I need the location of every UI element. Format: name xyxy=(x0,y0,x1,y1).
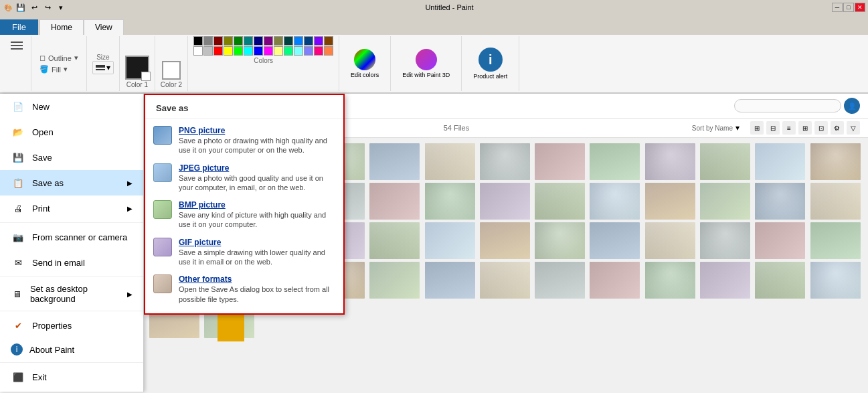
color-swatch[interactable] xyxy=(224,46,233,56)
color-swatch[interactable] xyxy=(244,36,253,46)
photo-thumbnail[interactable] xyxy=(480,222,530,259)
photo-thumbnail[interactable] xyxy=(590,183,640,220)
menu-item-desktop[interactable]: 🖥 Set as desktop background ▶ xyxy=(0,279,143,309)
color2-swatch[interactable] xyxy=(162,61,181,80)
edit-colors-btn[interactable]: Edit colors xyxy=(345,46,385,82)
size-dropdown[interactable]: ▾ xyxy=(92,61,114,74)
photo-thumbnail[interactable] xyxy=(535,183,585,220)
save-as-png[interactable]: PNG picture Save a photo or drawing with… xyxy=(145,122,343,159)
menu-item-print[interactable]: 🖨 Print ▶ xyxy=(0,195,143,221)
color-swatch[interactable] xyxy=(324,46,333,56)
menu-item-email[interactable]: ✉ Send in email xyxy=(0,250,143,275)
photo-thumbnail[interactable] xyxy=(590,143,640,180)
menu-item-save[interactable]: 💾 Save xyxy=(0,145,143,170)
color-swatch[interactable] xyxy=(314,36,323,46)
color-swatch[interactable] xyxy=(224,36,233,46)
photo-thumbnail[interactable] xyxy=(700,262,750,299)
photo-thumbnail[interactable] xyxy=(700,183,750,220)
photo-thumbnail[interactable] xyxy=(369,183,420,220)
color-swatch[interactable] xyxy=(193,46,203,56)
photo-thumbnail[interactable] xyxy=(810,262,861,299)
view-large-icon[interactable]: ⊞ xyxy=(750,121,764,135)
photo-thumbnail[interactable] xyxy=(480,183,530,220)
photo-thumbnail[interactable] xyxy=(810,143,861,180)
user-avatar[interactable]: 👤 xyxy=(844,98,860,114)
color-swatch[interactable] xyxy=(193,36,203,46)
photo-thumbnail[interactable] xyxy=(700,143,750,180)
menu-item-scanner[interactable]: 📷 From scanner or camera xyxy=(0,224,143,250)
view-list-icon[interactable]: ≡ xyxy=(782,121,796,135)
minimize-btn[interactable]: ─ xyxy=(832,3,843,12)
view-medium-icon[interactable]: ⊟ xyxy=(766,121,780,135)
view-detail-icon[interactable]: ⊡ xyxy=(814,121,828,135)
color-swatch[interactable] xyxy=(294,36,303,46)
product-alert-btn[interactable]: i Product alert xyxy=(467,44,513,83)
menu-item-properties[interactable]: ✔ Properties xyxy=(0,313,143,338)
color-swatch[interactable] xyxy=(264,46,273,56)
color-swatch[interactable] xyxy=(274,46,283,56)
color-swatch[interactable] xyxy=(203,46,213,56)
photo-thumbnail[interactable] xyxy=(369,143,420,180)
menu-btn[interactable] xyxy=(8,39,25,52)
color-swatch[interactable] xyxy=(284,46,293,56)
photo-thumbnail[interactable] xyxy=(425,143,475,180)
photo-thumbnail[interactable] xyxy=(425,222,475,259)
save-as-jpeg[interactable]: JPEG picture Save a photo with good qual… xyxy=(145,159,343,197)
photo-thumbnail[interactable] xyxy=(425,183,475,220)
photo-thumbnail[interactable] xyxy=(645,143,695,180)
menu-item-save-as[interactable]: 📋 Save as ▶ xyxy=(0,170,143,195)
color-swatch[interactable] xyxy=(304,46,313,56)
color-swatch[interactable] xyxy=(324,36,333,46)
photo-thumbnail[interactable] xyxy=(425,262,475,299)
color-swatch[interactable] xyxy=(274,36,283,46)
color-swatch[interactable] xyxy=(213,36,223,46)
photo-thumbnail[interactable] xyxy=(535,143,585,180)
photo-thumbnail[interactable] xyxy=(755,143,805,180)
save-as-gif[interactable]: GIF picture Save a simple drawing with l… xyxy=(145,234,343,271)
fill-btn[interactable]: 🪣 Fill ▾ xyxy=(37,64,81,74)
photo-thumbnail[interactable] xyxy=(645,183,695,220)
photo-thumbnail[interactable] xyxy=(480,262,530,299)
undo-btn[interactable]: ↩ xyxy=(28,1,40,13)
photo-thumbnail[interactable] xyxy=(755,222,805,259)
color-swatch[interactable] xyxy=(213,46,223,56)
menu-item-new[interactable]: 📄 New xyxy=(0,94,143,119)
outline-btn[interactable]: ◻ Outline ▾ xyxy=(37,53,81,63)
color-swatch[interactable] xyxy=(254,46,263,56)
color-swatch[interactable] xyxy=(234,36,243,46)
filter-icon[interactable]: ▽ xyxy=(847,121,860,135)
color-swatch[interactable] xyxy=(244,46,253,56)
photo-thumbnail[interactable] xyxy=(369,222,420,259)
save-as-bmp[interactable]: BMP picture Save any kind of picture wit… xyxy=(145,196,343,234)
menu-item-exit[interactable]: ⬛ Exit xyxy=(0,364,143,390)
color-swatch[interactable] xyxy=(203,36,213,46)
settings-icon[interactable]: ⚙ xyxy=(831,121,844,135)
photo-thumbnail[interactable] xyxy=(645,222,695,259)
color-swatch[interactable] xyxy=(314,46,323,56)
save-quick-btn[interactable]: 💾 xyxy=(15,1,27,13)
close-btn[interactable]: ✕ xyxy=(855,3,865,12)
redo-btn[interactable]: ↪ xyxy=(41,1,54,13)
color-swatch[interactable] xyxy=(294,46,303,56)
color-swatch[interactable] xyxy=(284,36,293,46)
photo-thumbnail[interactable] xyxy=(645,262,695,299)
photo-thumbnail[interactable] xyxy=(535,222,585,259)
menu-item-open[interactable]: 📂 Open xyxy=(0,119,143,145)
photo-thumbnail[interactable] xyxy=(480,143,530,180)
maximize-btn[interactable]: □ xyxy=(843,3,854,12)
home-tab[interactable]: Home xyxy=(39,19,84,35)
color-swatch[interactable] xyxy=(254,36,263,46)
photo-thumbnail[interactable] xyxy=(369,262,420,299)
edit-paint3d-btn[interactable]: Edit with Paint 3D xyxy=(396,46,456,82)
color-swatch[interactable] xyxy=(234,46,243,56)
photo-thumbnail[interactable] xyxy=(755,262,805,299)
menu-item-about[interactable]: i About Paint xyxy=(0,338,143,361)
color-swatch[interactable] xyxy=(304,36,313,46)
color1-swatch[interactable] xyxy=(125,56,149,80)
photo-thumbnail[interactable] xyxy=(590,222,640,259)
file-tab[interactable]: File xyxy=(0,19,38,35)
photo-thumbnail[interactable] xyxy=(810,222,861,259)
photo-thumbnail[interactable] xyxy=(535,262,585,299)
color-swatch[interactable] xyxy=(264,36,273,46)
view-grid-icon[interactable]: ⊞ xyxy=(798,121,812,135)
